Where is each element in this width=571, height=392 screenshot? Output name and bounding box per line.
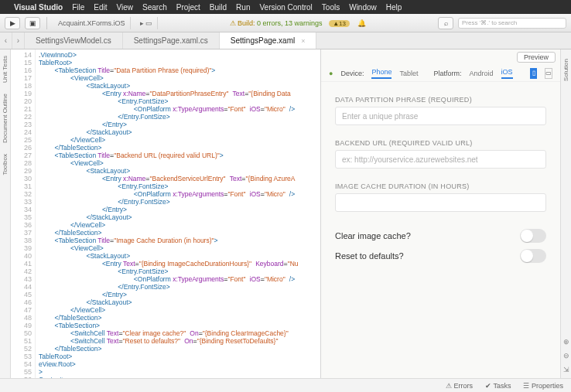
menu-bar: Visual Studio File Edit View Search Proj… (0, 0, 571, 14)
project-crumb[interactable]: Acquaint.XForms.iOS (53, 17, 131, 29)
device-phone[interactable]: Phone (371, 68, 391, 79)
menu-view[interactable]: View (117, 3, 134, 12)
menu-run[interactable]: Run (236, 3, 250, 12)
left-rail: Unit Tests Document Outline Toolbox (0, 49, 11, 378)
status-tasks[interactable]: ✔ Tasks (485, 382, 511, 390)
section-label-partition: DATA PARTITION PHRASE (REQUIRED) (335, 96, 546, 104)
preview-form: DATA PARTITION PHRASE (REQUIRED) Enter a… (321, 82, 560, 378)
search-input[interactable]: Press '⌘.' to search (458, 18, 566, 29)
status-properties[interactable]: ☰ Properties (523, 382, 563, 390)
switch-clear-cache[interactable] (520, 229, 546, 243)
status-bar: ⚠ Errors ✔ Tasks ☰ Properties (0, 378, 571, 392)
orientation-landscape-icon[interactable]: ▭ (545, 68, 552, 79)
toolbar: ▶ ▣ Acquaint.XForms.iOS ▸ ▭ ⚠ Build: 0 e… (0, 14, 571, 32)
platform-ios[interactable]: iOS (501, 68, 513, 79)
build-status: ⚠ Build: 0 errors, 13 warnings ▲13 🔔 (162, 19, 433, 27)
device-tablet[interactable]: Tablet (399, 70, 418, 77)
warning-badge: ▲13 (329, 20, 350, 27)
run-button[interactable]: ▶ (5, 17, 20, 29)
preview-pane: Preview ● Device: Phone Tablet Platform:… (320, 49, 560, 378)
platform-android[interactable]: Android (470, 70, 494, 77)
input-backend-url[interactable]: ex: http://yourservice.azurewebsites.net (335, 150, 546, 169)
menu-search[interactable]: Search (142, 3, 167, 12)
switch-label-clear-cache: Clear image cache? (335, 231, 411, 240)
menu-help[interactable]: Help (386, 3, 402, 12)
pad-unit-tests[interactable]: Unit Tests (2, 56, 9, 83)
close-icon[interactable]: × (301, 37, 305, 45)
zoom-out-icon[interactable]: ⊖ (563, 352, 569, 360)
pad-solution[interactable]: Solution (562, 59, 569, 81)
config-button[interactable]: ▣ (25, 17, 40, 29)
code-area[interactable]: .VIewInnoD> TableRoot> <TableSection Tit… (36, 49, 320, 378)
menu-edit[interactable]: Edit (94, 3, 107, 12)
menu-tools[interactable]: Tools (322, 3, 340, 12)
pad-toolbox[interactable]: Toolbox (2, 154, 9, 176)
device-label: Device: (340, 70, 364, 77)
device-platform-row: ● Device: Phone Tablet Platform: Android… (321, 65, 560, 82)
device-crumb[interactable]: ▸ ▭ (135, 17, 159, 29)
pad-document-outline[interactable]: Document Outline (2, 94, 9, 143)
menu-window[interactable]: Window (349, 3, 377, 12)
tab-strip: ‹ › SettingsViewModel.cs SettingsPage.xa… (0, 32, 571, 49)
collapse-icon[interactable]: ⇲ (563, 366, 569, 373)
platform-label: Platform: (434, 70, 462, 77)
switch-label-reset: Reset to defaults? (335, 251, 404, 261)
menu-build[interactable]: Build (210, 3, 227, 12)
line-gutter: 1415161718192021222324252627282930313233… (11, 49, 36, 378)
right-rail: Solution ⊕ ⊖ ⇲ (560, 49, 571, 378)
app-name: Visual Studio (14, 3, 63, 12)
menu-project[interactable]: Project (176, 3, 200, 12)
menu-version-control[interactable]: Version Control (259, 3, 312, 12)
status-dot-icon: ● (329, 70, 333, 77)
search-icon[interactable]: ⌕ (438, 17, 453, 29)
section-label-cache: IMAGE CACHE DURATION (IN HOURS) (335, 182, 546, 190)
tab-settingspage-xaml[interactable]: SettingsPage.xaml × (220, 32, 317, 49)
input-partition-phrase[interactable]: Enter a unique phrase (335, 107, 546, 125)
switch-reset-defaults[interactable] (520, 249, 546, 263)
tab-settingsviewmodel[interactable]: SettingsViewModel.cs (25, 32, 123, 49)
status-errors[interactable]: ⚠ Errors (446, 382, 473, 390)
nav-forward[interactable]: › (12, 32, 25, 49)
code-editor[interactable]: 1415161718192021222324252627282930313233… (11, 49, 320, 378)
zoom-in-icon[interactable]: ⊕ (563, 338, 569, 346)
section-label-backend: BACKEND URL (REQUIRED VALID URL) (335, 139, 546, 147)
notifications-icon[interactable]: 🔔 (357, 19, 366, 27)
menu-file[interactable]: File (72, 3, 84, 12)
preview-button[interactable]: Preview (517, 52, 556, 63)
tab-settingspage-cs[interactable]: SettingsPage.xaml.cs (123, 32, 220, 49)
nav-back[interactable]: ‹ (0, 32, 12, 49)
orientation-portrait-icon[interactable]: ▯ (530, 68, 537, 79)
input-cache-duration[interactable] (335, 193, 546, 212)
